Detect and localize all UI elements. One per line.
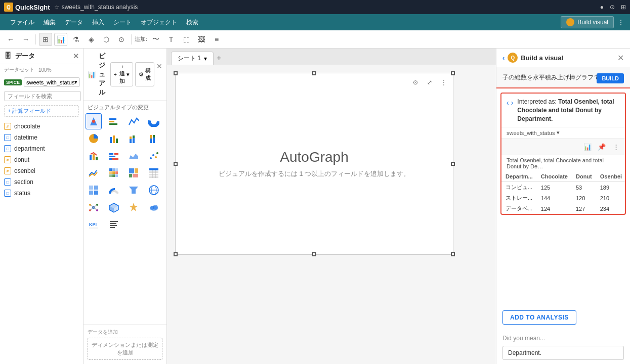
undo-button[interactable]: ←	[4, 33, 17, 46]
interp-forward-arrow[interactable]: ›	[511, 99, 514, 107]
field-item-donut[interactable]: # donut	[0, 154, 83, 165]
menu-search[interactable]: 検索	[182, 16, 202, 29]
row1-dept: コンピュ...	[501, 182, 537, 193]
chart-view-button[interactable]: 📊	[54, 33, 67, 46]
add-text-button[interactable]: T	[164, 33, 178, 46]
gauge-chart-btn[interactable]	[106, 182, 122, 198]
bar-stacked100-chart-btn[interactable]	[146, 130, 162, 147]
more-action-icon[interactable]: ⋮	[610, 141, 622, 153]
svg-rect-8	[110, 137, 112, 143]
resize-handle-tr[interactable]	[451, 71, 455, 75]
kpi-chart-btn[interactable]: KPI	[86, 216, 102, 233]
scatter-chart-btn[interactable]	[146, 148, 162, 164]
dimension-icon: □	[4, 134, 11, 141]
bar-grouped-chart-btn[interactable]	[106, 130, 122, 147]
table-view-button[interactable]: ⊞	[39, 33, 52, 46]
heatmap-chart-btn[interactable]	[106, 165, 122, 181]
add-line-button[interactable]: 〜	[149, 33, 162, 46]
area-chart-btn[interactable]	[125, 148, 142, 164]
chart-action-icon[interactable]: 📊	[581, 141, 594, 153]
expand-icon[interactable]: ⤢	[424, 76, 436, 88]
narrative-chart-btn[interactable]	[106, 216, 122, 233]
donut-chart-btn[interactable]	[146, 113, 162, 129]
menu-file[interactable]: ファイル	[6, 16, 38, 29]
menu-edit[interactable]: 編集	[39, 16, 60, 29]
interpretation-section: ‹ › Interpreted as: Total Osenbei, total…	[500, 93, 626, 215]
build-submit-button[interactable]: BUILD	[597, 73, 624, 83]
interp-back-arrow[interactable]: ‹	[507, 99, 509, 107]
dataset-select[interactable]: sweets_with_status ▾	[24, 77, 80, 87]
visual-panel-close[interactable]: ✕	[156, 62, 162, 86]
field-item-status[interactable]: □ status	[0, 188, 83, 199]
image-button[interactable]: ⊙	[115, 33, 128, 46]
network-chart-btn[interactable]	[86, 199, 102, 215]
add-to-analysis-button[interactable]: ADD TO ANALYSIS	[502, 310, 576, 325]
filter-button[interactable]: ⚗	[69, 33, 82, 46]
bar-stacked-chart-btn[interactable]	[125, 130, 142, 147]
add-other-button[interactable]: ≡	[210, 33, 223, 46]
insight-button[interactable]: ◈	[85, 33, 98, 46]
menu-data[interactable]: データ	[61, 16, 87, 29]
build-visual-button[interactable]: Build visual	[561, 16, 614, 28]
add-sheet-button[interactable]: +	[215, 52, 223, 65]
calc-field-button[interactable]: + 計算フィールド	[4, 105, 79, 117]
cloud-chart-btn[interactable]	[146, 199, 162, 215]
resize-handle-rm[interactable]	[451, 162, 455, 166]
bar-positive-negative-chart-btn[interactable]	[106, 148, 122, 164]
menu-more-icon[interactable]: ⋮	[618, 19, 624, 26]
preview-title: Total Osenbei, total Chocolate and total…	[501, 155, 625, 171]
add-box-button[interactable]: ⬚	[180, 33, 193, 46]
star-chart-btn[interactable]	[125, 199, 142, 215]
field-item-osenbei[interactable]: # osenbei	[0, 165, 83, 176]
grid-icon[interactable]: ⊞	[621, 4, 626, 11]
add-image-button[interactable]: 🖼	[195, 33, 208, 46]
resize-handle-bm[interactable]	[312, 252, 316, 256]
pin-action-icon[interactable]: 📌	[596, 141, 608, 153]
menu-insert[interactable]: 挿入	[88, 16, 108, 29]
resize-handle-lm[interactable]	[174, 162, 178, 166]
resize-handle-br[interactable]	[451, 252, 455, 256]
canvas-more-icon[interactable]: ⋮	[438, 76, 450, 88]
configure-button[interactable]: ⚙ 構成	[135, 62, 154, 86]
menu-object[interactable]: オブジェクト	[137, 16, 181, 29]
field-search-input[interactable]	[4, 91, 81, 101]
department-suggestion[interactable]: Department.	[502, 346, 624, 360]
table-chart-btn[interactable]	[146, 165, 162, 181]
3d-chart-btn[interactable]	[106, 199, 122, 215]
field-item-department[interactable]: □ department	[0, 143, 83, 154]
field-item-chocolate[interactable]: # chocolate	[0, 121, 83, 132]
shape-button[interactable]: ⬡	[100, 33, 113, 46]
autograph-chart-btn[interactable]	[86, 113, 102, 129]
bar-combo-chart-btn[interactable]	[86, 148, 102, 164]
pie-chart-btn[interactable]	[86, 130, 102, 147]
resize-handle-bl[interactable]	[174, 252, 178, 256]
bar-horizontal-chart-btn[interactable]	[106, 113, 122, 129]
field-item-datetime[interactable]: □ datetime	[0, 132, 83, 143]
line-chart-btn[interactable]	[125, 113, 142, 129]
add-data-field[interactable]: ディメンションまたは測定を追加	[88, 338, 162, 360]
geo-chart-btn[interactable]	[146, 182, 162, 198]
help-icon[interactable]: ●	[600, 4, 604, 11]
back-nav-icon[interactable]: ‹	[502, 54, 505, 62]
user-icon[interactable]: ⊙	[610, 4, 615, 11]
build-panel-header: ‹ Q Build a visual ✕	[496, 49, 630, 67]
field-item-section[interactable]: □ section	[0, 176, 83, 188]
funnel-chart-btn[interactable]	[125, 182, 142, 198]
nl-query-input[interactable]	[502, 73, 597, 82]
sheet-tab-1[interactable]: シート 1 ▾	[171, 52, 214, 65]
zoom-fit-icon[interactable]: ⊙	[409, 76, 422, 88]
resize-handle-tm[interactable]	[312, 71, 316, 75]
spice-badge: SPICE	[4, 79, 22, 85]
interp-dataset-dropdown[interactable]: ▾	[557, 129, 560, 136]
measure-icon: #	[4, 156, 11, 163]
treemap-chart-btn[interactable]	[125, 165, 142, 181]
add-field-button[interactable]: + + 追加 ▾	[110, 62, 133, 86]
line-area-chart-btn[interactable]	[86, 165, 102, 181]
resize-handle-tl[interactable]	[174, 71, 178, 75]
data-panel-close[interactable]: ✕	[73, 52, 79, 60]
analysis-tab[interactable]: ☆ sweets_with_status analysis	[54, 4, 138, 11]
menu-sheet[interactable]: シート	[109, 16, 136, 29]
pivot-chart-btn[interactable]	[86, 182, 102, 198]
redo-button[interactable]: →	[19, 33, 32, 46]
build-panel-close[interactable]: ✕	[617, 53, 624, 63]
